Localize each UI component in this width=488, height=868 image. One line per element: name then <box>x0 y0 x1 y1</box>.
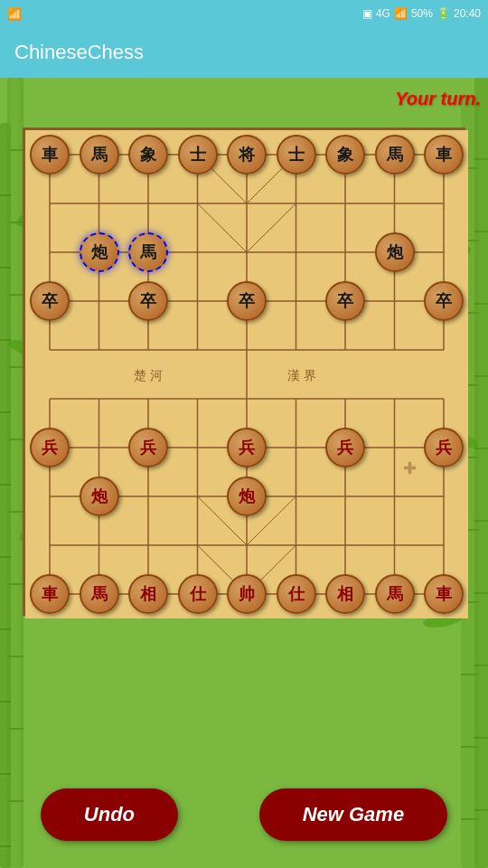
piece-r-general[interactable]: 帅 <box>227 574 267 614</box>
piece-b-elephant-r[interactable]: 象 <box>325 135 365 175</box>
game-background: Your turn. <box>0 78 488 868</box>
app-title: ChineseChess <box>14 41 144 64</box>
piece-r-pawn-4[interactable]: 兵 <box>424 428 464 467</box>
buttons-area: Undo New Game <box>0 788 488 841</box>
piece-r-rook-l[interactable]: 車 <box>30 574 70 614</box>
status-bar: 📶 ▣ 4G 📶 50% 🔋 20:40 <box>0 0 488 27</box>
piece-r-elephant-r[interactable]: 相 <box>325 574 365 614</box>
svg-text:漢 界: 漢 界 <box>287 369 316 382</box>
piece-r-pawn-3[interactable]: 兵 <box>325 428 365 467</box>
piece-b-cannon-r[interactable]: 炮 <box>375 232 415 272</box>
app-bar: ChineseChess <box>0 27 488 78</box>
piece-b-pawn-4[interactable]: 卒 <box>424 281 464 321</box>
piece-r-horse-r[interactable]: 馬 <box>375 574 415 614</box>
piece-r-horse-l[interactable]: 馬 <box>80 574 119 614</box>
piece-b-pawn-3[interactable]: 卒 <box>325 281 365 321</box>
piece-b-cannon-l[interactable]: 炮 <box>80 232 119 272</box>
piece-b-pawn-0[interactable]: 卒 <box>30 281 70 321</box>
piece-r-pawn-0[interactable]: 兵 <box>30 428 70 467</box>
piece-r-elephant-l[interactable]: 相 <box>128 574 168 614</box>
undo-button[interactable]: Undo <box>41 788 178 841</box>
svg-text:✚: ✚ <box>403 459 417 477</box>
chess-board[interactable]: 楚 河 漢 界 ✚ 車馬象士将士象馬車炮馬炮卒卒卒卒卒兵兵兵兵兵炮炮車馬相仕帅仕… <box>23 127 465 616</box>
network-type: 4G <box>376 7 390 20</box>
piece-r-rook-r[interactable]: 車 <box>424 574 464 614</box>
wifi-icon: 📶 <box>7 7 22 21</box>
piece-b-advisor-r[interactable]: 士 <box>277 135 316 175</box>
piece-b-pawn-2[interactable]: 卒 <box>227 281 267 321</box>
signal-icon: 📶 <box>394 7 408 20</box>
piece-r-pawn-1[interactable]: 兵 <box>128 428 168 467</box>
battery-level: 50% <box>411 7 433 20</box>
svg-rect-12 <box>0 123 11 868</box>
svg-text:楚 河: 楚 河 <box>134 369 163 382</box>
piece-b-horse-l[interactable]: 馬 <box>80 135 119 175</box>
new-game-button[interactable]: New Game <box>259 788 448 841</box>
sim-icon: ▣ <box>362 7 372 20</box>
piece-b-general[interactable]: 将 <box>227 135 267 175</box>
piece-b-rook-r[interactable]: 車 <box>424 135 464 175</box>
piece-r-advisor-l[interactable]: 仕 <box>178 574 218 614</box>
battery-icon: 🔋 <box>436 7 450 20</box>
piece-b-horse-moved[interactable]: 馬 <box>128 232 168 272</box>
piece-r-advisor-r[interactable]: 仕 <box>277 574 316 614</box>
piece-b-advisor-l[interactable]: 士 <box>178 135 218 175</box>
piece-b-elephant-l[interactable]: 象 <box>128 135 168 175</box>
piece-r-cannon-r[interactable]: 炮 <box>227 476 267 516</box>
piece-b-pawn-1[interactable]: 卒 <box>128 281 168 321</box>
clock: 20:40 <box>454 7 481 20</box>
svg-rect-34 <box>474 78 488 868</box>
your-turn-text: Your turn. <box>395 89 481 109</box>
piece-r-pawn-2[interactable]: 兵 <box>227 428 267 467</box>
piece-b-rook-l[interactable]: 車 <box>30 135 70 175</box>
piece-r-cannon-l[interactable]: 炮 <box>80 476 119 516</box>
piece-b-horse-r[interactable]: 馬 <box>375 135 415 175</box>
